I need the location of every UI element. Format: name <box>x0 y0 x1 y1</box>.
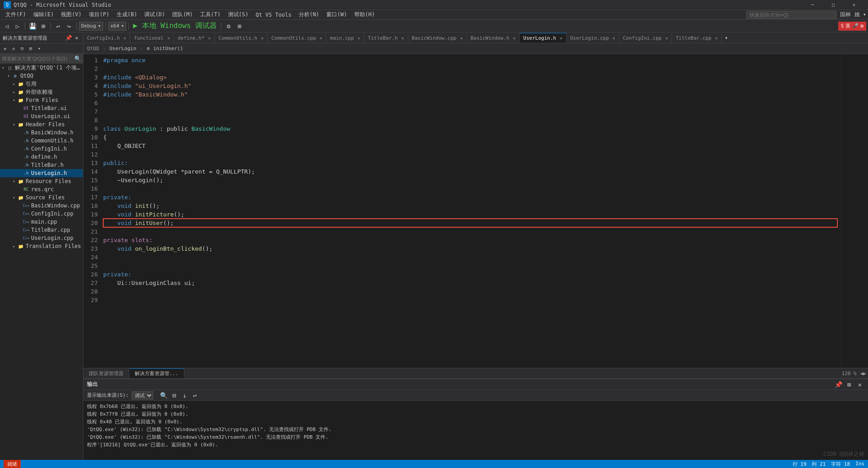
tree-item-qtqq[interactable]: ▾⚙QtQQ <box>0 72 83 80</box>
menu-file[interactable]: 文件(F) <box>2 10 30 19</box>
menu-tools[interactable]: 工具(T) <box>196 10 224 19</box>
bottom-tab-团队资源管理器[interactable]: 团队资源管理器 <box>83 368 129 378</box>
quick-launch-input[interactable] <box>746 11 836 19</box>
output-move-btn[interactable]: ⊞ <box>845 380 854 389</box>
sidebar-collapse-btn[interactable]: ⊟ <box>18 45 26 53</box>
menu-team[interactable]: 团队(M) <box>169 10 196 19</box>
code-area[interactable]: #pragma once #include <QDialog>#include … <box>100 54 841 368</box>
tab-close-icon[interactable]: ✕ <box>665 36 668 41</box>
menu-help[interactable]: 帮助(H) <box>351 10 379 19</box>
menu-analyze[interactable]: 分析(N) <box>295 10 323 19</box>
start-debugging-button[interactable]: ▶ 本地 Windows 调试器 <box>133 21 217 31</box>
file-tab-commonutils-cpp[interactable]: CommonUtils.cpp✕ <box>268 33 326 43</box>
toolbar-back[interactable]: ◁ <box>2 21 12 31</box>
code-editor[interactable]: 1234567891011121314151617181920212223242… <box>83 54 868 368</box>
file-tab-commonutils-h[interactable]: CommonUtils.h✕ <box>215 33 268 43</box>
tree-item-Form Files[interactable]: ▾📁Form Files <box>0 96 83 104</box>
tab-close-icon[interactable]: ✕ <box>715 36 718 41</box>
tree-item-TitleBar.h[interactable]: .hTitleBar.h <box>0 161 83 169</box>
tab-close-icon[interactable]: ✕ <box>261 36 264 41</box>
toolbar-extra1[interactable]: ⚙ <box>224 21 233 31</box>
tree-item-res.qrc[interactable]: RCres.qrc <box>0 185 83 193</box>
maximize-button[interactable]: □ <box>823 0 844 10</box>
tree-item-引用[interactable]: ▸📁引用 <box>0 80 83 88</box>
sidebar-props-btn[interactable]: ⊞ <box>27 45 35 53</box>
menu-qtvs[interactable]: Qt VS Tools <box>252 11 295 19</box>
sidebar-more-btn[interactable]: ▾ <box>35 45 43 53</box>
toolbar-forward[interactable]: ▷ <box>13 21 23 31</box>
output-clear-btn[interactable]: ⊟ <box>170 391 179 400</box>
tree-item-solution[interactable]: ▾□解决方案'QtQQ'(1 个项目) <box>0 64 83 72</box>
file-tab-titlebar-h[interactable]: TitleBar.h✕ <box>364 33 408 43</box>
toolbar-redo[interactable]: ↪ <box>64 21 74 31</box>
menu-view[interactable]: 视图(V) <box>57 10 85 19</box>
tab-close-icon[interactable]: ✕ <box>123 36 126 41</box>
tab-close-icon[interactable]: ✕ <box>460 36 463 41</box>
menu-build[interactable]: 生成(B) <box>113 10 141 19</box>
tab-close-icon[interactable]: ✕ <box>402 36 404 41</box>
tree-item-TitleBar.cpp[interactable]: C++TitleBar.cpp <box>0 226 83 234</box>
tree-item-define.h[interactable]: .hdefine.h <box>0 153 83 161</box>
tab-close-icon[interactable]: ✕ <box>167 36 170 41</box>
file-tab-main-cpp[interactable]: main.cpp✕ <box>326 33 364 43</box>
platform-dropdown[interactable]: x64 ▾ <box>108 22 127 31</box>
toolbar-undo[interactable]: ↩ <box>53 21 63 31</box>
file-tab-define-h-[interactable]: define.h*✕ <box>174 33 215 43</box>
tree-item-BasicWindow.h[interactable]: .hBasicWindow.h <box>0 128 83 137</box>
file-tab-configini-cpp[interactable]: ConfigIni.cpp✕ <box>619 33 672 43</box>
menu-project[interactable]: 项目(P) <box>85 10 113 19</box>
sougou-input-tool[interactable]: S 英 🎤 ⊞ <box>838 22 866 31</box>
tree-item-Header Files[interactable]: ▾📁Header Files <box>0 120 83 128</box>
toolbar-extra2[interactable]: ⊞ <box>234 21 244 31</box>
tab-close-icon[interactable]: ✕ <box>560 36 562 41</box>
tree-item-main.cpp[interactable]: C++main.cpp <box>0 218 83 226</box>
tree-item-Resource Files[interactable]: ▾📁Resource Files <box>0 177 83 185</box>
tree-item-UserLogin.cpp[interactable]: C++UserLogin.cpp <box>0 234 83 242</box>
tab-close-icon[interactable]: ✕ <box>320 36 322 41</box>
file-tab-basicwindow-h[interactable]: BasicWindow.h✕ <box>467 33 520 43</box>
tree-item-UserLogin.ui[interactable]: UIUserLogin.ui <box>0 112 83 120</box>
menu-window[interactable]: 窗口(W) <box>323 10 351 19</box>
file-tab-basicwindow-cpp[interactable]: BasicWindow.cpp✕ <box>408 33 467 43</box>
toolbar-save[interactable]: 💾 <box>27 21 37 31</box>
output-find-btn[interactable]: 🔍 <box>160 391 169 400</box>
file-tab-userlogin-cpp[interactable]: UserLogin.cpp✕ <box>566 33 619 43</box>
tab-close-icon[interactable]: ✕ <box>357 36 360 41</box>
file-tab-functional[interactable]: functional✕ <box>130 33 174 43</box>
output-close-btn[interactable]: ✕ <box>855 380 864 389</box>
tree-item-CommonUtils.h[interactable]: .hCommonUtils.h <box>0 137 83 145</box>
menu-edit[interactable]: 编辑(E) <box>30 10 58 19</box>
sidebar-pin-icon[interactable]: 📌 <box>65 34 72 41</box>
tab-close-icon[interactable]: ✕ <box>612 36 615 41</box>
tab-close-icon[interactable]: ✕ <box>208 36 211 41</box>
output-pin-btn[interactable]: 📌 <box>834 380 843 389</box>
file-tab-configini-h[interactable]: ConfigIni.h✕ <box>83 33 130 43</box>
output-source-select[interactable]: 调试 <box>132 391 153 399</box>
sidebar-search-input[interactable] <box>2 56 74 61</box>
tree-item-Source Files[interactable]: ▾📁Source Files <box>0 193 83 202</box>
tab-close-icon[interactable]: ✕ <box>513 36 516 41</box>
sidebar-sync-btn[interactable]: ⇄ <box>1 45 9 53</box>
output-autoscroll-btn[interactable]: ↓ <box>180 391 189 400</box>
close-button[interactable]: ✕ <box>844 0 864 10</box>
tab-overflow-button[interactable]: ▾ <box>722 33 731 43</box>
minimize-button[interactable]: ─ <box>802 0 823 10</box>
tree-item-BasicWindow.cpp[interactable]: C++BasicWindow.cpp <box>0 202 83 210</box>
sidebar-refresh-btn[interactable]: ↺ <box>9 45 18 53</box>
user-label[interactable]: 国林 姚 ▾ <box>840 11 866 18</box>
tree-item-Translation Files[interactable]: ▸📁Translation Files <box>0 242 83 250</box>
tree-item-ConfigIni.cpp[interactable]: C++ConfigIni.cpp <box>0 210 83 218</box>
menu-debug[interactable]: 调试(D) <box>141 10 169 19</box>
menu-test[interactable]: 测试(S) <box>224 10 252 19</box>
debug-config-dropdown[interactable]: Debug ▾ <box>79 22 103 31</box>
toolbar-save-all[interactable]: ⊞ <box>38 21 48 31</box>
output-wrap-btn[interactable]: ↩ <box>191 391 200 400</box>
tree-item-ConfigIni.h[interactable]: .hConfigIni.h <box>0 145 83 153</box>
file-tab-titlebar-cpp[interactable]: TitleBar.cpp✕ <box>672 33 722 43</box>
sidebar-search-icon[interactable]: 🔍 <box>74 55 81 62</box>
tree-item-外部依赖项[interactable]: ▸📁外部依赖项 <box>0 88 83 96</box>
bottom-tab-解决方案资源管...[interactable]: 解决方案资源管... <box>129 368 184 378</box>
file-tab-userlogin-h[interactable]: UserLogin.h✕ <box>520 33 566 43</box>
tree-item-UserLogin.h[interactable]: .hUserLogin.h <box>0 169 83 177</box>
tree-item-TitleBar.ui[interactable]: UITitleBar.ui <box>0 104 83 112</box>
